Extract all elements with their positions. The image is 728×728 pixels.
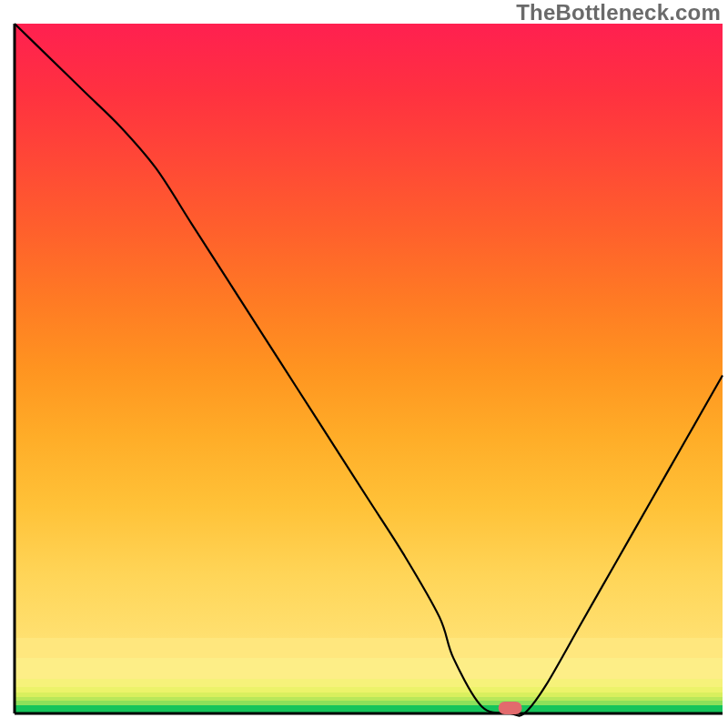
chart-container: TheBottleneck.com [0, 0, 728, 728]
watermark-text: TheBottleneck.com [516, 0, 721, 25]
bottleneck-chart [0, 0, 728, 728]
optimal-marker [499, 702, 522, 714]
